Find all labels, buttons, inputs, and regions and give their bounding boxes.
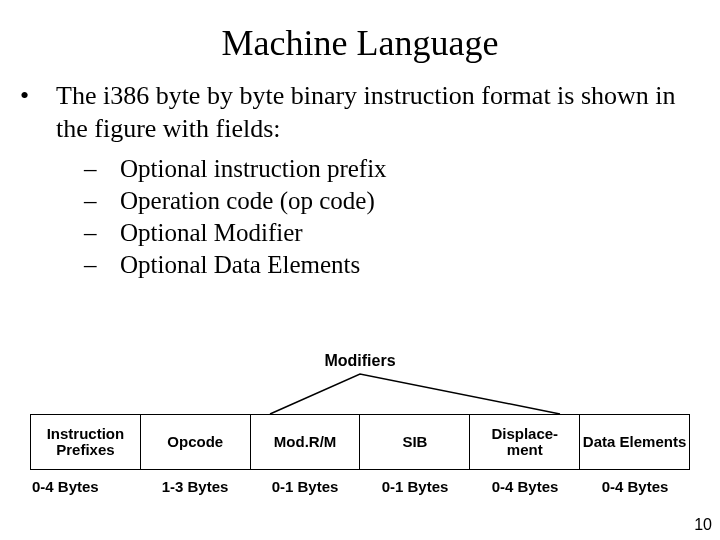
byte-range: 1-3 Bytes xyxy=(140,478,250,495)
byte-range: 0-1 Bytes xyxy=(250,478,360,495)
slide: Machine Language The i386 byte by byte b… xyxy=(0,0,720,540)
field-box-opcode: Opcode xyxy=(140,414,251,470)
sub-bullet-list: Optional instruction prefix Operation co… xyxy=(100,153,690,281)
field-box-sib: SIB xyxy=(359,414,470,470)
byte-range: 0-4 Bytes xyxy=(30,478,140,495)
modifiers-label: Modifiers xyxy=(30,352,690,370)
main-bullet: The i386 byte by byte binary instruction… xyxy=(30,80,690,145)
byte-range: 0-4 Bytes xyxy=(470,478,580,495)
sub-bullet-item: Operation code (op code) xyxy=(100,185,690,217)
field-box-displacement: Displace- ment xyxy=(469,414,580,470)
sub-bullet-item: Optional instruction prefix xyxy=(100,153,690,185)
field-box-data-elements: Data Elements xyxy=(579,414,690,470)
brace-icon xyxy=(30,370,690,416)
field-box-instruction-prefixes: Instruction Prefixes xyxy=(30,414,141,470)
field-box-modrm: Mod.R/M xyxy=(250,414,361,470)
field-boxes-row: Instruction Prefixes Opcode Mod.R/M SIB … xyxy=(30,414,690,470)
byte-range: 0-1 Bytes xyxy=(360,478,470,495)
page-number: 10 xyxy=(694,516,712,534)
sub-bullet-item: Optional Modifier xyxy=(100,217,690,249)
byte-ranges-row: 0-4 Bytes 1-3 Bytes 0-1 Bytes 0-1 Bytes … xyxy=(30,478,690,495)
byte-range: 0-4 Bytes xyxy=(580,478,690,495)
page-title: Machine Language xyxy=(30,22,690,64)
modifiers-brace xyxy=(30,370,690,416)
sub-bullet-item: Optional Data Elements xyxy=(100,249,690,281)
